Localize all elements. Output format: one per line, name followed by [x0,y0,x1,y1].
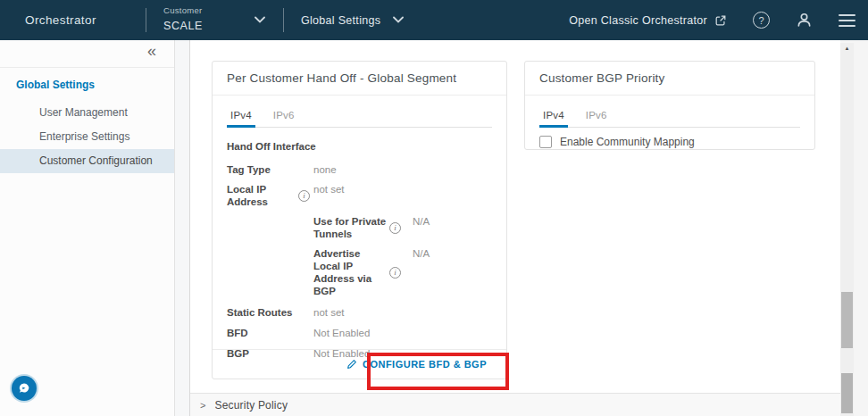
card-title: Per Customer Hand Off - Global Segment [213,62,506,96]
hand-off-interface-heading: Hand Off Interface [227,141,492,152]
scrollbar-thumb[interactable] [841,292,853,348]
chat-bubble-icon [17,381,31,395]
field-value: none [313,163,492,176]
customer-switcher[interactable]: Customer SCALE [163,6,203,31]
user-icon [796,12,813,29]
info-glyph: i [394,266,396,279]
open-classic-orchestrator-link[interactable]: Open Classic Orchestrator [569,14,727,27]
field-value: not set [313,183,492,196]
security-policy-accordion[interactable]: > Security Policy [190,393,840,416]
field-value: N/A [413,215,492,228]
global-settings-menu[interactable]: Global Settings [301,0,380,40]
field-value: not set [313,306,492,319]
help-glyph: ? [758,15,764,26]
info-icon[interactable]: i [389,267,401,279]
expand-chevron-icon: > [200,400,205,411]
customer-value: SCALE [163,21,203,32]
sidebar-item-customer-configuration[interactable]: Customer Configuration [0,149,174,173]
tab-ipv4[interactable]: IPv4 [539,106,568,127]
tab-ipv6[interactable]: IPv6 [582,106,611,127]
bgp-tab-bar: IPv4 IPv6 [539,106,800,128]
top-bar: Orchestrator Customer SCALE Global Setti… [0,0,868,40]
sidebar-item-enterprise-settings[interactable]: Enterprise Settings [0,125,174,149]
tab-ipv4[interactable]: IPv4 [227,106,255,127]
field-label: Use for Private Tunnels [313,215,389,240]
support-chat-button[interactable] [12,376,37,401]
scrollbar-track[interactable] [840,43,854,416]
hamburger-menu-icon[interactable] [839,14,855,27]
enable-community-mapping-checkbox[interactable] [539,136,552,148]
sidebar-section-global-settings[interactable]: Global Settings [0,77,174,93]
scrollbar-zone: ▲ [840,40,868,416]
info-glyph: i [394,221,396,234]
collapse-sidebar-icon[interactable]: « [147,42,156,61]
topbar-divider [146,8,146,32]
app-title: Orchestrator [25,0,96,40]
enable-community-mapping-row: Enable Community Mapping [539,136,800,148]
field-subrow-use-for-private-tunnels: Use for Private Tunnels i N/A [313,215,492,240]
sidebar-gutter [175,40,190,416]
card-title: Customer BGP Priority [525,62,814,96]
field-value: N/A [413,247,492,260]
info-icon[interactable]: i [298,190,310,202]
help-icon[interactable]: ? [753,12,770,29]
field-label: BFD [227,327,298,339]
field-label: Static Routes [227,306,298,319]
per-customer-hand-off-card: Per Customer Hand Off - Global Segment I… [212,61,507,379]
security-policy-label: Security Policy [214,399,288,412]
field-label: Advertise Local IP Address via BGP [313,247,389,297]
field-row-tag-type: Tag Type none [227,163,492,176]
field-row-static-routes: Static Routes not set [227,306,492,319]
scroll-up-arrow-icon[interactable]: ▲ [840,46,854,51]
checkbox-label: Enable Community Mapping [560,136,695,148]
field-label: Local IP Address [227,183,298,208]
field-value: Not Enabled [313,327,492,339]
tab-ipv6[interactable]: IPv6 [270,106,298,127]
topbar-divider [283,8,284,32]
customer-bgp-priority-card: Customer BGP Priority IPv4 IPv6 Enable C… [524,61,815,150]
configure-bfd-bgp-button[interactable]: CONFIGURE BFD & BGP [346,359,487,370]
configure-bfd-bgp-label: CONFIGURE BFD & BGP [363,359,487,370]
sidebar-collapse-bar: « [0,40,174,68]
pencil-icon [346,359,357,370]
field-subrow-advertise-local-ip: Advertise Local IP Address via BGP i N/A [313,247,492,297]
field-label: Tag Type [227,163,298,176]
chevron-down-icon[interactable] [393,15,404,24]
user-menu[interactable] [796,12,813,29]
field-row-local-ip-address: Local IP Address i not set [227,183,492,208]
sidebar-item-user-management[interactable]: User Management [0,101,174,125]
chevron-down-icon[interactable] [255,15,265,24]
sidebar: « Global Settings User Management Enterp… [0,40,175,416]
scrollbar-thumb[interactable] [841,373,853,413]
info-glyph: i [303,189,305,202]
info-icon[interactable]: i [389,222,401,234]
card-footer: CONFIGURE BFD & BGP [213,349,506,379]
handoff-tab-bar: IPv4 IPv6 [227,106,492,128]
customer-label: Customer [163,6,203,15]
open-classic-label: Open Classic Orchestrator [569,14,707,27]
external-link-icon [714,14,727,27]
field-row-bfd: BFD Not Enabled [227,327,492,339]
